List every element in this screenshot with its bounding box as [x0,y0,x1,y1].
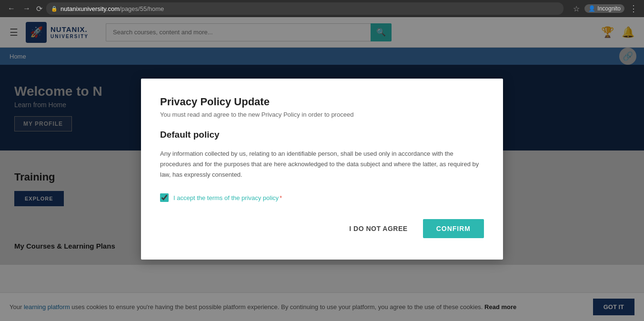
incognito-label: Incognito [597,5,621,12]
required-star: * [280,194,282,201]
modal-body-text: Any information collected by us, relatin… [160,149,484,180]
browser-right-icons: ☆ 👤 Incognito ⋮ [573,3,638,14]
url-text: nutanixuniversity.com/pages/55/home [60,5,164,12]
modal-footer: I DO NOT AGREE CONFIRM [160,219,484,238]
incognito-icon: 👤 [588,5,595,12]
modal-subtitle: You must read and agree to the new Priva… [160,111,484,118]
forward-button[interactable]: → [21,3,32,14]
checkbox-label[interactable]: I accept the terms of the privacy policy… [173,194,282,201]
modal-checkbox-row: I accept the terms of the privacy policy… [160,193,484,202]
modal-title: Privacy Policy Update [160,96,484,108]
url-bar[interactable]: 🔒 nutanixuniversity.com/pages/55/home [46,2,564,15]
do-not-agree-button[interactable]: I DO NOT AGREE [342,220,415,237]
back-button[interactable]: ← [6,3,17,14]
incognito-badge: 👤 Incognito [584,4,624,13]
modal-policy-title: Default policy [160,130,484,140]
privacy-policy-modal: Privacy Policy Update You must read and … [141,79,503,260]
site-wrapper: ☰ 🚀 NUTANIX. UNIVERSITY 🔍 🏆 🔔 Home 🔗 [0,17,644,321]
star-icon[interactable]: ☆ [573,4,580,13]
confirm-button[interactable]: CONFIRM [423,219,484,238]
modal-overlay[interactable]: Privacy Policy Update You must read and … [0,17,644,321]
refresh-button[interactable]: ⟳ [36,4,42,13]
browser-chrome: ← → ⟳ 🔒 nutanixuniversity.com/pages/55/h… [0,0,644,17]
browser-menu-button[interactable]: ⋮ [629,3,638,14]
policy-checkbox[interactable] [160,193,169,202]
lock-icon: 🔒 [51,6,58,12]
